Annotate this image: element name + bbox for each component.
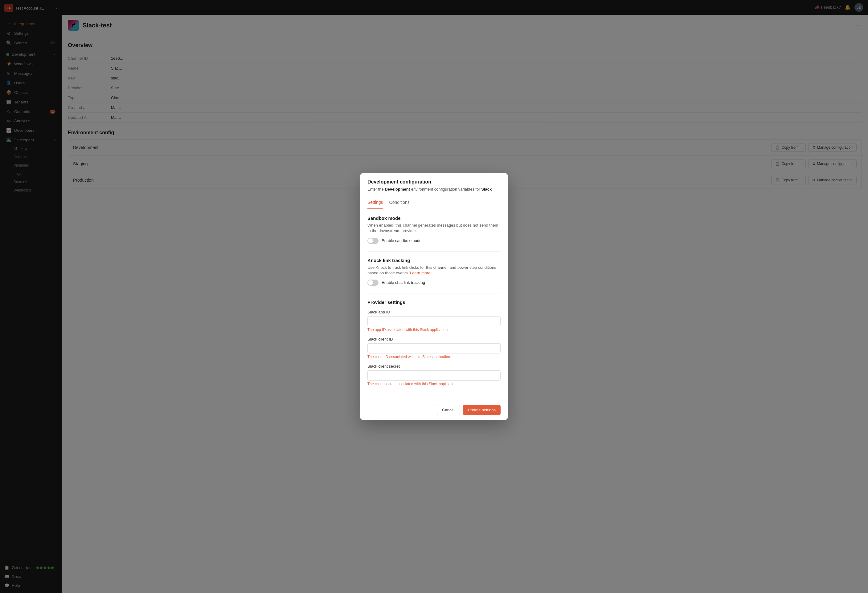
update-settings-button[interactable]: Update settings — [463, 405, 500, 415]
link-tracking-toggle[interactable] — [368, 280, 378, 286]
sandbox-toggle-label: Enable sandbox mode — [382, 238, 421, 243]
tab-settings[interactable]: Settings — [368, 196, 383, 209]
link-tracking-toggle-label: Enable chat link tracking — [382, 280, 425, 285]
slack-client-id-hint: The client ID associated with this Slack… — [368, 355, 500, 359]
dialog-tabs: Settings Conditions — [360, 196, 508, 209]
slack-client-secret-group: Slack client secret The client secret as… — [368, 364, 500, 386]
dialog-subtitle: Enter the Development environment config… — [368, 187, 500, 192]
slack-app-id-hint: The app ID associated with this Slack ap… — [368, 328, 500, 332]
development-config-dialog: Development configuration Enter the Deve… — [360, 173, 508, 420]
link-tracking-toggle-row: Enable chat link tracking — [368, 280, 500, 286]
slack-app-id-input[interactable] — [368, 316, 500, 327]
slack-client-secret-hint: The client secret associated with this S… — [368, 382, 500, 386]
modal-overlay: Development configuration Enter the Deve… — [62, 0, 868, 593]
sandbox-title: Sandbox mode — [368, 216, 500, 221]
slack-client-secret-input[interactable] — [368, 371, 500, 381]
provider-settings-section: Provider settings Slack app ID The app I… — [368, 300, 500, 386]
knock-link-description: Use Knock to track link clicks for this … — [368, 265, 500, 276]
dialog-footer: Cancel Update settings — [360, 400, 508, 420]
cancel-button[interactable]: Cancel — [437, 405, 459, 415]
slack-client-secret-label: Slack client secret — [368, 364, 500, 369]
slack-client-id-group: Slack client ID The client ID associated… — [368, 337, 500, 359]
section-divider-2 — [368, 293, 500, 293]
learn-more-link[interactable]: Learn more. — [410, 271, 431, 275]
provider-settings-title: Provider settings — [368, 300, 500, 305]
sandbox-toggle[interactable] — [368, 238, 378, 244]
dialog-title: Development configuration — [368, 179, 500, 185]
tab-conditions[interactable]: Conditions — [389, 196, 410, 209]
knock-link-tracking-section: Knock link tracking Use Knock to track l… — [368, 258, 500, 286]
dialog-body: Sandbox mode When enabled, this channel … — [360, 209, 508, 400]
slack-client-id-label: Slack client ID — [368, 337, 500, 341]
knock-link-title: Knock link tracking — [368, 258, 500, 263]
main-content: 📣 Feedback? 🔔 JE # Slack-test ⋯ Overview… — [62, 0, 868, 593]
slack-app-id-group: Slack app ID The app ID associated with … — [368, 310, 500, 332]
dialog-header: Development configuration Enter the Deve… — [360, 173, 508, 196]
slack-app-id-label: Slack app ID — [368, 310, 500, 314]
section-divider-1 — [368, 251, 500, 252]
slack-client-id-input[interactable] — [368, 343, 500, 353]
sandbox-mode-section: Sandbox mode When enabled, this channel … — [368, 216, 500, 244]
sandbox-toggle-row: Enable sandbox mode — [368, 238, 500, 244]
sandbox-description: When enabled, this channel generates mes… — [368, 222, 500, 234]
